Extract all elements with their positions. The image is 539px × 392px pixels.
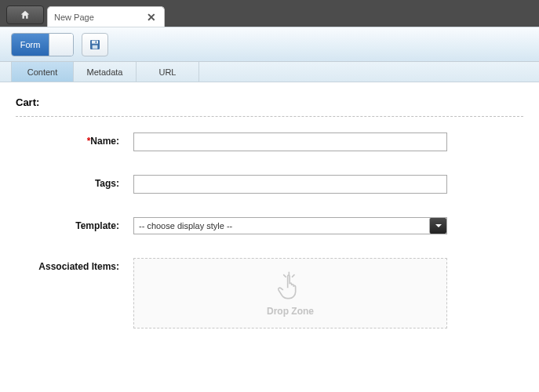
save-button[interactable]: [82, 33, 108, 56]
form-mode-button[interactable]: Form: [12, 34, 49, 56]
tags-label: Tags:: [16, 175, 133, 189]
tab-metadata[interactable]: Metadata: [74, 62, 137, 82]
content-tabs: Content Metadata URL: [0, 62, 539, 82]
associated-items-label: Associated Items:: [16, 258, 133, 272]
section-title: Cart:: [16, 96, 523, 117]
svg-rect-2: [93, 45, 98, 49]
row-tags: Tags:: [16, 175, 523, 194]
tab-content[interactable]: Content: [11, 62, 74, 82]
chevron-down-icon: [435, 222, 442, 230]
tab-url[interactable]: URL: [137, 62, 199, 82]
template-label: Template:: [16, 217, 133, 231]
title-bar: New Page ✕: [0, 0, 539, 27]
name-label-text: Name:: [90, 136, 119, 147]
content-pane: Cart: *Name: Tags: Template:: [0, 82, 539, 360]
dropzone-label: Drop Zone: [267, 306, 314, 317]
name-label: *Name:: [16, 132, 133, 147]
alt-mode-button[interactable]: [49, 34, 73, 56]
template-select[interactable]: -- choose display style --: [133, 217, 447, 234]
home-button[interactable]: [6, 5, 44, 24]
document-tab-label: New Page: [54, 13, 145, 22]
tags-input[interactable]: [133, 175, 447, 194]
row-name: *Name:: [16, 132, 523, 151]
name-input[interactable]: [133, 132, 447, 151]
toolbar: Form: [0, 27, 539, 62]
home-icon: [20, 9, 31, 20]
save-icon: [89, 38, 101, 51]
template-selected-value: -- choose display style --: [134, 218, 429, 234]
associated-items-dropzone[interactable]: Drop Zone: [133, 258, 447, 328]
hand-pointer-icon: [275, 270, 306, 301]
view-mode-toggle: Form: [11, 33, 74, 56]
svg-rect-3: [96, 41, 97, 43]
close-icon[interactable]: ✕: [145, 11, 158, 24]
row-template: Template: -- choose display style --: [16, 217, 523, 234]
select-dropdown-button[interactable]: [429, 218, 446, 234]
document-tab[interactable]: New Page ✕: [47, 6, 165, 27]
row-associated-items: Associated Items: Drop Zone: [16, 258, 523, 328]
svg-rect-1: [92, 40, 98, 43]
